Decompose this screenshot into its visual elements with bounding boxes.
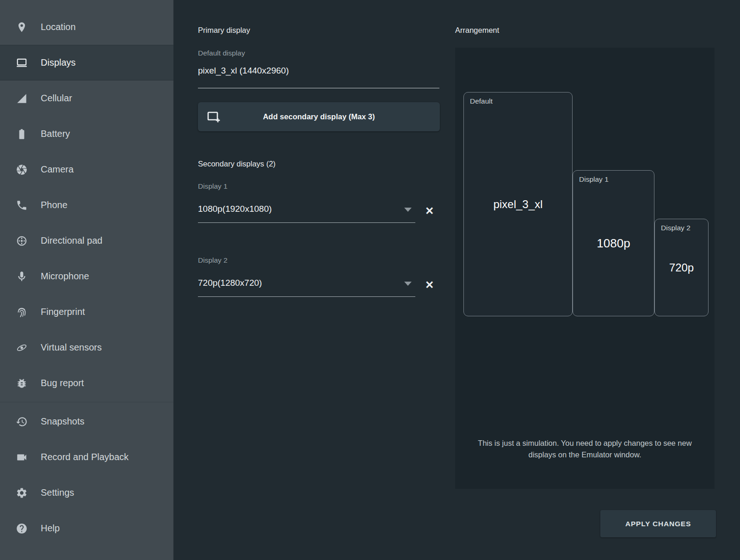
sidebar-item-record-and-playback[interactable]: Record and Playback [0,439,173,475]
arrangement-box-value: 1080p [573,171,654,316]
settings-icon [16,487,28,499]
apply-changes-button[interactable]: APPLY CHANGES [600,510,716,537]
sidebar-item-label: Cellular [41,93,72,104]
record-icon [16,451,28,463]
sidebar-item-label: Phone [41,200,68,210]
sidebar-item-location[interactable]: Location [0,9,173,45]
sidebar-item-label: Snapshots [41,416,85,427]
sidebar-item-phone[interactable]: Phone [0,187,173,223]
display-2-label: Display 2 [198,256,228,265]
arrangement-box-value: 720p [655,219,708,316]
extended-controls-window: Location Displays Cellular Battery Camer [0,0,740,560]
display-1-label: Display 1 [198,182,228,191]
add-display-icon [206,110,221,124]
dpad-icon [16,235,28,247]
sidebar-item-label: Directional pad [41,235,102,246]
arrangement-title: Arrangement [455,26,499,35]
sidebar-item-label: Fingerprint [41,307,85,317]
sidebar-item-label: Settings [41,487,74,498]
sidebar-divider [0,402,173,402]
sidebar-item-label: Bug report [41,378,84,388]
battery-icon [16,128,28,140]
displays-icon [16,57,28,69]
display-2-dropdown-chevron-icon[interactable] [404,282,412,286]
sidebar-item-directional-pad[interactable]: Directional pad [0,223,173,258]
sidebar-item-cellular[interactable]: Cellular [0,80,173,116]
default-display-value: pixel_3_xl (1440x2960) [198,66,289,76]
display-2-remove-button[interactable]: ✕ [425,280,434,290]
camera-icon [16,164,28,176]
phone-icon [16,199,28,211]
location-icon [16,21,28,33]
arrangement-box-value: pixel_3_xl [464,92,572,316]
display-2-select-value[interactable]: 720p(1280x720) [198,278,262,288]
sidebar-item-label: Camera [41,164,74,175]
display-1-dropdown-chevron-icon[interactable] [404,208,412,212]
arrangement-box-display-2[interactable]: Display 2 720p [654,219,709,316]
sidebar-item-label: Virtual sensors [41,342,102,353]
sidebar-item-virtual-sensors[interactable]: Virtual sensors [0,330,173,365]
sidebar-item-fingerprint[interactable]: Fingerprint [0,294,173,330]
sidebar-item-bug-report[interactable]: Bug report [0,365,173,401]
arrangement-panel: Default pixel_3_xl Display 1 1080p Displ… [455,48,715,489]
sidebar-item-label: Microphone [41,271,89,282]
default-display-underline [198,88,439,88]
virtual-sensors-icon [16,342,28,354]
arrangement-box-default[interactable]: Default pixel_3_xl [463,92,573,316]
sidebar-item-camera[interactable]: Camera [0,152,173,187]
display-1-select-value[interactable]: 1080p(1920x1080) [198,204,272,214]
sidebar-item-battery[interactable]: Battery [0,116,173,152]
sidebar-item-label: Battery [41,129,70,139]
simulation-note: This is just a simulation. You need to a… [474,437,696,461]
sidebar: Location Displays Cellular Battery Camer [0,0,173,560]
apply-changes-label: APPLY CHANGES [625,520,691,528]
add-secondary-display-label: Add secondary display (Max 3) [198,112,440,121]
sidebar-item-microphone[interactable]: Microphone [0,258,173,294]
sidebar-item-help[interactable]: Help [0,511,173,546]
arrangement-box-display-1[interactable]: Display 1 1080p [573,170,654,316]
display-1-underline [198,222,415,223]
microphone-icon [16,271,28,283]
sidebar-item-label: Record and Playback [41,452,129,462]
fingerprint-icon [16,306,28,318]
sidebar-item-settings[interactable]: Settings [0,475,173,511]
sidebar-item-label: Location [41,22,76,32]
add-secondary-display-button[interactable]: Add secondary display (Max 3) [198,102,440,131]
snapshots-icon [16,416,28,428]
display-2-underline [198,296,415,297]
display-1-remove-button[interactable]: ✕ [425,206,434,216]
sidebar-item-snapshots[interactable]: Snapshots [0,404,173,439]
primary-display-title: Primary display [198,26,250,35]
sidebar-item-label: Displays [41,57,76,68]
sidebar-item-displays[interactable]: Displays [0,45,173,80]
secondary-displays-title: Secondary displays (2) [198,160,276,168]
sidebar-item-label: Help [41,523,60,534]
help-icon [16,523,28,535]
default-display-label: Default display [198,49,245,57]
cellular-icon [16,92,28,105]
bug-icon [16,377,28,389]
